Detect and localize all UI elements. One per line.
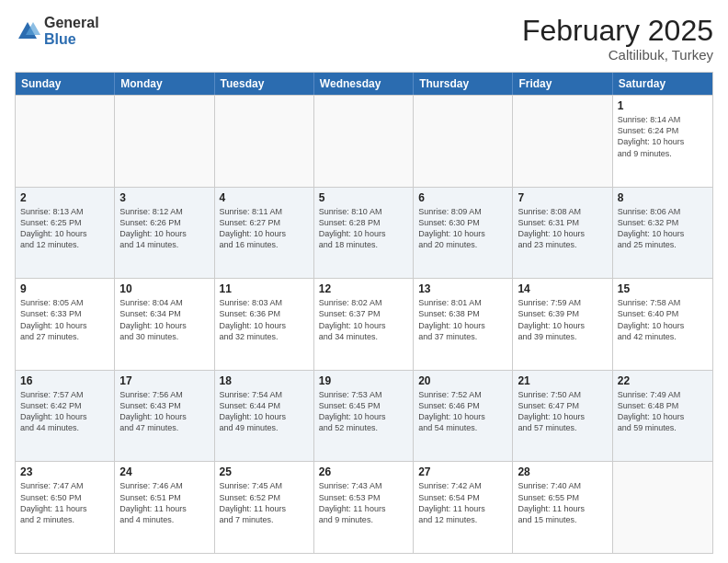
- header-day-saturday: Saturday: [613, 73, 712, 95]
- calendar: SundayMondayTuesdayWednesdayThursdayFrid…: [15, 72, 713, 554]
- day-cell-22: 22Sunrise: 7:49 AM Sunset: 6:48 PM Dayli…: [613, 371, 712, 462]
- day-cell-9: 9Sunrise: 8:05 AM Sunset: 6:33 PM Daylig…: [16, 279, 115, 370]
- empty-cell: [115, 96, 214, 187]
- day-cell-15: 15Sunrise: 7:58 AM Sunset: 6:40 PM Dayli…: [613, 279, 712, 370]
- day-cell-28: 28Sunrise: 7:40 AM Sunset: 6:55 PM Dayli…: [513, 462, 612, 553]
- day-cell-26: 26Sunrise: 7:43 AM Sunset: 6:53 PM Dayli…: [314, 462, 414, 553]
- week-row-3: 9Sunrise: 8:05 AM Sunset: 6:33 PM Daylig…: [16, 278, 712, 370]
- day-number: 6: [418, 191, 507, 204]
- day-info: Sunrise: 7:57 AM Sunset: 6:42 PM Dayligh…: [20, 389, 109, 434]
- empty-cell: [414, 96, 513, 187]
- day-number: 27: [418, 465, 507, 478]
- day-number: 13: [418, 282, 507, 295]
- day-number: 19: [319, 374, 408, 387]
- page: General Blue February 2025 Caltilibuk, T…: [0, 0, 728, 563]
- day-cell-11: 11Sunrise: 8:03 AM Sunset: 6:36 PM Dayli…: [215, 279, 314, 370]
- day-info: Sunrise: 7:58 AM Sunset: 6:40 PM Dayligh…: [618, 297, 708, 342]
- day-cell-27: 27Sunrise: 7:42 AM Sunset: 6:54 PM Dayli…: [414, 462, 513, 553]
- day-cell-18: 18Sunrise: 7:54 AM Sunset: 6:44 PM Dayli…: [215, 371, 314, 462]
- calendar-title: February 2025: [522, 15, 713, 47]
- day-info: Sunrise: 8:01 AM Sunset: 6:38 PM Dayligh…: [418, 297, 507, 342]
- day-number: 14: [518, 282, 607, 295]
- day-cell-24: 24Sunrise: 7:46 AM Sunset: 6:51 PM Dayli…: [115, 462, 214, 553]
- week-row-1: 1Sunrise: 8:14 AM Sunset: 6:24 PM Daylig…: [16, 95, 712, 187]
- day-info: Sunrise: 7:49 AM Sunset: 6:48 PM Dayligh…: [618, 389, 708, 434]
- day-number: 23: [20, 465, 109, 478]
- header: General Blue February 2025 Caltilibuk, T…: [15, 15, 713, 63]
- day-number: 18: [220, 374, 309, 387]
- day-number: 9: [20, 282, 109, 295]
- day-info: Sunrise: 8:11 AM Sunset: 6:27 PM Dayligh…: [220, 206, 309, 251]
- day-cell-16: 16Sunrise: 7:57 AM Sunset: 6:42 PM Dayli…: [16, 371, 115, 462]
- day-info: Sunrise: 7:43 AM Sunset: 6:53 PM Dayligh…: [319, 480, 408, 525]
- day-number: 26: [319, 465, 408, 478]
- week-row-2: 2Sunrise: 8:13 AM Sunset: 6:25 PM Daylig…: [16, 187, 712, 279]
- header-day-monday: Monday: [115, 73, 214, 95]
- logo: General Blue: [15, 15, 99, 47]
- calendar-header: SundayMondayTuesdayWednesdayThursdayFrid…: [16, 73, 712, 95]
- day-number: 28: [518, 465, 607, 478]
- week-row-5: 23Sunrise: 7:47 AM Sunset: 6:50 PM Dayli…: [16, 461, 712, 553]
- day-number: 5: [319, 191, 408, 204]
- day-cell-5: 5Sunrise: 8:10 AM Sunset: 6:28 PM Daylig…: [314, 188, 414, 279]
- day-info: Sunrise: 7:50 AM Sunset: 6:47 PM Dayligh…: [518, 389, 607, 434]
- day-cell-3: 3Sunrise: 8:12 AM Sunset: 6:26 PM Daylig…: [115, 188, 214, 279]
- day-number: 21: [518, 374, 607, 387]
- day-info: Sunrise: 7:52 AM Sunset: 6:46 PM Dayligh…: [418, 389, 507, 434]
- logo-text: General Blue: [44, 15, 99, 47]
- day-cell-10: 10Sunrise: 8:04 AM Sunset: 6:34 PM Dayli…: [115, 279, 214, 370]
- day-info: Sunrise: 7:59 AM Sunset: 6:39 PM Dayligh…: [518, 297, 607, 342]
- empty-cell: [215, 96, 314, 187]
- day-info: Sunrise: 8:14 AM Sunset: 6:24 PM Dayligh…: [618, 114, 708, 159]
- day-number: 3: [119, 191, 209, 204]
- day-cell-2: 2Sunrise: 8:13 AM Sunset: 6:25 PM Daylig…: [16, 188, 115, 279]
- day-cell-14: 14Sunrise: 7:59 AM Sunset: 6:39 PM Dayli…: [513, 279, 612, 370]
- day-number: 2: [20, 191, 109, 204]
- day-cell-13: 13Sunrise: 8:01 AM Sunset: 6:38 PM Dayli…: [414, 279, 513, 370]
- day-cell-23: 23Sunrise: 7:47 AM Sunset: 6:50 PM Dayli…: [16, 462, 115, 553]
- header-day-wednesday: Wednesday: [314, 73, 414, 95]
- day-number: 11: [220, 282, 309, 295]
- empty-cell: [314, 96, 414, 187]
- day-number: 4: [220, 191, 309, 204]
- week-row-4: 16Sunrise: 7:57 AM Sunset: 6:42 PM Dayli…: [16, 370, 712, 462]
- day-number: 1: [618, 99, 708, 112]
- day-info: Sunrise: 8:02 AM Sunset: 6:37 PM Dayligh…: [319, 297, 408, 342]
- day-number: 16: [20, 374, 109, 387]
- day-info: Sunrise: 8:13 AM Sunset: 6:25 PM Dayligh…: [20, 206, 109, 251]
- day-info: Sunrise: 7:46 AM Sunset: 6:51 PM Dayligh…: [119, 480, 209, 525]
- day-number: 22: [618, 374, 708, 387]
- day-number: 24: [119, 465, 209, 478]
- day-info: Sunrise: 8:03 AM Sunset: 6:36 PM Dayligh…: [220, 297, 309, 342]
- day-info: Sunrise: 8:10 AM Sunset: 6:28 PM Dayligh…: [319, 206, 408, 251]
- day-info: Sunrise: 8:06 AM Sunset: 6:32 PM Dayligh…: [618, 206, 708, 251]
- header-day-thursday: Thursday: [414, 73, 513, 95]
- day-info: Sunrise: 7:40 AM Sunset: 6:55 PM Dayligh…: [518, 480, 607, 525]
- empty-cell: [613, 462, 712, 553]
- day-cell-21: 21Sunrise: 7:50 AM Sunset: 6:47 PM Dayli…: [513, 371, 612, 462]
- header-day-tuesday: Tuesday: [215, 73, 314, 95]
- day-info: Sunrise: 8:05 AM Sunset: 6:33 PM Dayligh…: [20, 297, 109, 342]
- calendar-body: 1Sunrise: 8:14 AM Sunset: 6:24 PM Daylig…: [16, 95, 712, 553]
- empty-cell: [16, 96, 115, 187]
- day-cell-20: 20Sunrise: 7:52 AM Sunset: 6:46 PM Dayli…: [414, 371, 513, 462]
- empty-cell: [513, 96, 612, 187]
- day-cell-12: 12Sunrise: 8:02 AM Sunset: 6:37 PM Dayli…: [314, 279, 414, 370]
- day-info: Sunrise: 8:08 AM Sunset: 6:31 PM Dayligh…: [518, 206, 607, 251]
- day-info: Sunrise: 7:45 AM Sunset: 6:52 PM Dayligh…: [220, 480, 309, 525]
- day-number: 8: [618, 191, 708, 204]
- day-number: 17: [119, 374, 209, 387]
- day-number: 12: [319, 282, 408, 295]
- day-number: 20: [418, 374, 507, 387]
- day-number: 7: [518, 191, 607, 204]
- day-cell-6: 6Sunrise: 8:09 AM Sunset: 6:30 PM Daylig…: [414, 188, 513, 279]
- logo-blue: Blue: [44, 31, 99, 48]
- title-block: February 2025 Caltilibuk, Turkey: [522, 15, 713, 63]
- day-info: Sunrise: 8:04 AM Sunset: 6:34 PM Dayligh…: [119, 297, 209, 342]
- day-cell-7: 7Sunrise: 8:08 AM Sunset: 6:31 PM Daylig…: [513, 188, 612, 279]
- day-number: 10: [119, 282, 209, 295]
- day-cell-1: 1Sunrise: 8:14 AM Sunset: 6:24 PM Daylig…: [613, 96, 712, 187]
- logo-general: General: [44, 15, 99, 31]
- day-number: 15: [618, 282, 708, 295]
- day-number: 25: [220, 465, 309, 478]
